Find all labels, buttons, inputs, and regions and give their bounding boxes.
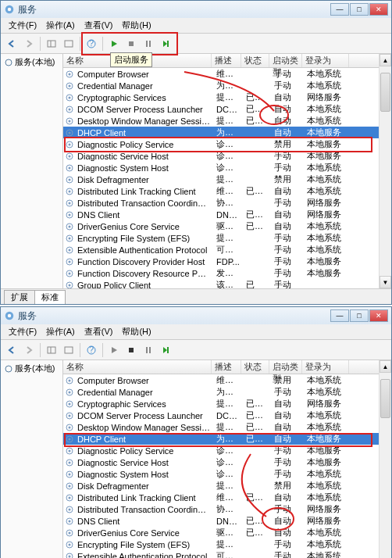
service-row[interactable]: DCOM Server Process LauncherDCO...已启动自动本… xyxy=(63,410,379,421)
export-button[interactable] xyxy=(61,342,77,358)
svg-rect-4 xyxy=(65,41,73,47)
close-button[interactable]: ✕ xyxy=(369,309,388,322)
vertical-scrollbar[interactable]: ▲ ▼ xyxy=(379,360,391,558)
service-row[interactable]: Computer Browser维护...手动本地系统 xyxy=(63,68,379,80)
col-desc[interactable]: 播述 xyxy=(212,360,241,374)
cell-logon: 本地服务 xyxy=(304,138,351,150)
scroll-down-button[interactable]: ▼ xyxy=(380,276,391,288)
forward-button[interactable] xyxy=(21,342,37,358)
col-status[interactable]: 状态 xyxy=(241,54,269,67)
export-button[interactable] xyxy=(61,36,77,52)
service-row[interactable]: Diagnostic System Host诊断...手动本地系统 xyxy=(63,468,379,480)
service-row[interactable]: Computer Browser维护...禁用本地系统 xyxy=(63,374,379,386)
stop-button[interactable] xyxy=(123,36,139,52)
cell-startup: 自动 xyxy=(271,433,304,445)
help-button[interactable]: ? xyxy=(84,342,99,358)
service-row[interactable]: Diagnostic Service Host诊断...手动本地服务 xyxy=(63,456,379,468)
restart-button[interactable] xyxy=(158,342,173,358)
service-row[interactable]: Desktop Window Manager Session Manager提供… xyxy=(63,421,379,433)
col-status[interactable]: 状态 xyxy=(241,360,269,374)
forward-button[interactable] xyxy=(21,36,37,52)
service-row[interactable]: Diagnostic Policy Service诊断...手动本地服务 xyxy=(63,445,379,456)
svg-point-16 xyxy=(69,84,71,87)
service-row[interactable]: DNS ClientDNS...已启动自动网络服务 xyxy=(63,209,379,220)
restart-button[interactable] xyxy=(158,36,173,52)
service-row[interactable]: Diagnostic Service Host诊断...手动本地服务 xyxy=(63,150,379,162)
service-row[interactable]: Diagnostic System Host诊断...手动本地系统 xyxy=(63,162,379,173)
service-row[interactable]: Function Discovery Resource Publication发… xyxy=(63,267,379,279)
service-row[interactable]: Distributed Transaction Coordinator协调...… xyxy=(63,197,379,209)
minimize-button[interactable]: — xyxy=(330,3,349,16)
service-row[interactable]: Extensible Authentication Protocol可扩...手… xyxy=(63,550,379,558)
scroll-thumb[interactable] xyxy=(380,379,390,418)
start-button[interactable] xyxy=(106,36,122,52)
cell-name: Desktop Window Manager Session Manager xyxy=(74,423,213,432)
titlebar[interactable]: 服务 — □ ✕ xyxy=(1,307,391,324)
forward-icon xyxy=(23,345,34,356)
col-startup[interactable]: 启动类型 xyxy=(269,360,302,374)
service-row[interactable]: DNS ClientDNS...已启动自动网络服务 xyxy=(63,515,379,527)
service-row[interactable]: DriverGenius Core Service驱动...已启动自动本地系统 xyxy=(63,527,379,538)
service-row[interactable]: Credential Manager为用...手动本地系统 xyxy=(63,80,379,91)
scroll-up-button[interactable]: ▲ xyxy=(380,360,391,373)
menu-help[interactable]: 帮助(H) xyxy=(117,326,155,338)
show-hide-button[interactable] xyxy=(44,36,59,52)
service-row[interactable]: DHCP Client为此...已启动自动本地服务 xyxy=(63,433,379,445)
service-row[interactable]: Extensible Authentication Protocol可扩...手… xyxy=(63,244,379,256)
col-logon[interactable]: 登录为 xyxy=(302,360,349,374)
pause-button[interactable] xyxy=(141,36,156,52)
col-desc[interactable]: 播述 xyxy=(212,54,241,67)
cell-name: Credential Manager xyxy=(74,388,213,397)
titlebar[interactable]: 服务 — □ ✕ xyxy=(1,1,391,18)
service-row[interactable]: DHCP Client为此...自动本地服务 xyxy=(63,127,379,138)
minimize-button[interactable]: — xyxy=(330,309,349,322)
cell-logon: 网络服务 xyxy=(304,398,351,410)
service-row[interactable]: Group Policy Client该服...已手动 xyxy=(63,279,379,288)
menu-file[interactable]: 文件(F) xyxy=(4,20,41,31)
service-row[interactable]: Distributed Link Tracking Client维护...已启动… xyxy=(63,185,379,197)
menu-action[interactable]: 操作(A) xyxy=(41,326,80,338)
service-row[interactable]: Credential Manager为用...手动本地系统 xyxy=(63,386,379,398)
menu-action[interactable]: 操作(A) xyxy=(41,20,80,31)
service-row[interactable]: Disk Defragmenter提供...禁用本地系统 xyxy=(63,173,379,185)
service-row[interactable]: DriverGenius Core Service驱动...已启动自动本地系统 xyxy=(63,220,379,232)
service-row[interactable]: Function Discovery Provider HostFDP...手动… xyxy=(63,256,379,267)
svg-rect-59 xyxy=(65,347,73,353)
service-row[interactable]: Diagnostic Policy Service诊断...禁用本地服务 xyxy=(63,138,379,150)
show-hide-button[interactable] xyxy=(44,342,59,358)
back-button[interactable] xyxy=(4,342,20,358)
cell-status: 已启动 xyxy=(243,185,271,197)
cell-name: Encrypting File System (EFS) xyxy=(74,540,213,549)
back-button[interactable] xyxy=(4,36,20,52)
start-button[interactable] xyxy=(106,342,122,358)
service-row[interactable]: Disk Defragmenter提供...禁用本地系统 xyxy=(63,480,379,492)
service-row[interactable]: Cryptographic Services提供...已启动自动网络服务 xyxy=(63,398,379,410)
scroll-thumb[interactable] xyxy=(380,73,390,112)
menu-file[interactable]: 文件(F) xyxy=(4,326,41,338)
scroll-up-button[interactable]: ▲ xyxy=(380,54,391,66)
pause-button[interactable] xyxy=(141,342,156,358)
maximize-button[interactable]: □ xyxy=(350,309,369,322)
sidebar-item-services[interactable]: 服务(本地) xyxy=(2,362,61,375)
service-row[interactable]: Cryptographic Services提供...已启动自动网络服务 xyxy=(63,91,379,103)
maximize-button[interactable]: □ xyxy=(350,3,369,16)
vertical-scrollbar[interactable]: ▲ ▼ xyxy=(379,54,391,288)
tab-standard[interactable]: 标准 xyxy=(34,290,66,304)
service-row[interactable]: Encrypting File System (EFS)提供...手动本地系统 xyxy=(63,538,379,550)
menu-help[interactable]: 帮助(H) xyxy=(117,20,155,31)
tab-extended[interactable]: 扩展 xyxy=(4,290,35,304)
service-row[interactable]: Distributed Link Tracking Client维护...已启动… xyxy=(63,492,379,503)
close-button[interactable]: ✕ xyxy=(369,3,388,16)
col-logon[interactable]: 登录为 xyxy=(302,54,349,67)
sidebar-item-services[interactable]: 服务(本地) xyxy=(2,55,61,69)
service-row[interactable]: Distributed Transaction Coordinator协调...… xyxy=(63,503,379,515)
col-startup[interactable]: 启动类型 xyxy=(269,54,302,67)
service-row[interactable]: DCOM Server Process LauncherDCO...已启动自动本… xyxy=(63,103,379,115)
svg-point-42 xyxy=(69,237,71,239)
service-row[interactable]: Desktop Window Manager Session Manager提供… xyxy=(63,115,379,127)
menu-view[interactable]: 查看(V) xyxy=(80,20,118,31)
stop-button[interactable] xyxy=(123,342,139,358)
service-row[interactable]: Encrypting File System (EFS)提供...手动本地系统 xyxy=(63,232,379,244)
help-button[interactable]: ? xyxy=(84,36,99,52)
menu-view[interactable]: 查看(V) xyxy=(80,326,118,338)
